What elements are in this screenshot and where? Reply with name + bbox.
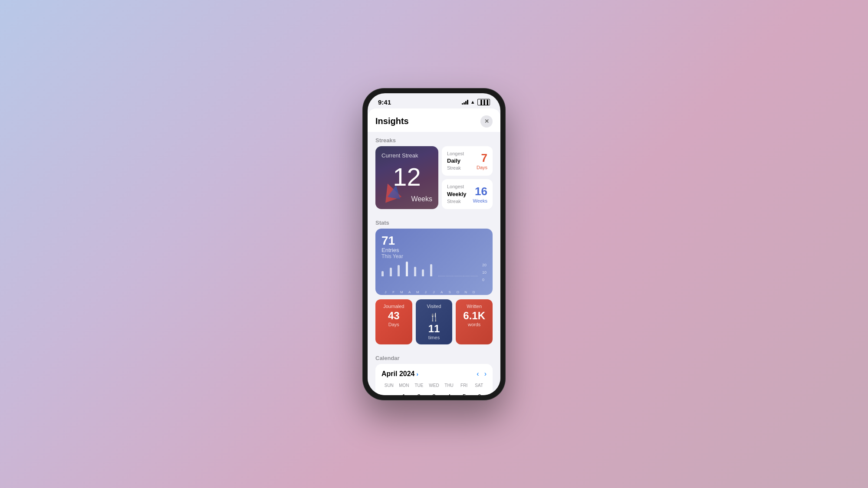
calendar-prev-button[interactable]: ‹ (477, 370, 479, 378)
day-label-thu: THU (441, 383, 457, 388)
stats-entries-sublabel: This Year (381, 253, 403, 259)
calendar-day-empty (381, 391, 396, 395)
modal-content[interactable]: Insights ✕ Streaks Current Streak 12 Wee… (368, 108, 500, 395)
current-streak-number: 12 (393, 164, 421, 190)
chevron-right-icon: › (416, 371, 418, 377)
calendar-section-label: Calendar (368, 350, 500, 364)
longest-weekly-unit: Weeks (473, 198, 487, 203)
calendar-day-2[interactable]: 2 (412, 391, 426, 395)
visited-card: Visited 🍴 11 times (416, 299, 453, 344)
calendar-next-button[interactable]: › (484, 370, 487, 378)
chart-bars (381, 263, 487, 282)
modal-title: Insights (375, 116, 409, 126)
longest-daily-card: Longest Daily Streak 7 Days (442, 146, 493, 176)
calendar-day-3[interactable]: 3 (427, 391, 441, 395)
chart-bar-a2 (438, 276, 446, 276)
battery-icon: ▐▐▐ (477, 99, 490, 105)
day-label-sat: SAT (471, 383, 487, 388)
written-unit: words (468, 322, 480, 327)
stats-chart: 20 10 0 J F M A M J J A S (381, 263, 487, 289)
streaks-grid: Current Streak 12 Weeks Longest Daily St… (368, 146, 500, 215)
day-label-wed: WED (427, 383, 442, 388)
day-label-sun: SUN (381, 383, 397, 388)
chart-bar-m (398, 265, 400, 276)
streaks-section-label: Streaks (368, 132, 500, 146)
journaled-card: Journaled 43 Days (375, 299, 412, 344)
visited-number: 11 (428, 324, 440, 334)
status-time: 9:41 (378, 98, 391, 106)
status-icons: ▲ ▐▐▐ (462, 99, 490, 105)
longest-weekly-value: 16 Weeks (473, 185, 487, 203)
current-streak-label: Current Streak (381, 152, 418, 159)
calendar-grid: 1 2 3 4 5 6 7 8 9 10 11 12 13 (381, 391, 487, 395)
journaled-number: 43 (388, 311, 400, 321)
calendar-card: April 2024 › ‹ › SUN MON TUE WED THU FRI… (375, 364, 493, 395)
streak-stats-column: Longest Daily Streak 7 Days Longest (442, 146, 493, 210)
stats-chart-card: 71 Entries This Year (375, 229, 493, 295)
day-label-tue: TUE (411, 383, 427, 388)
longest-weekly-card: Longest Weekly Streak 16 Weeks (442, 179, 493, 209)
calendar-nav[interactable]: ‹ › (477, 370, 487, 378)
calendar-days-header: SUN MON TUE WED THU FRI SAT (381, 383, 487, 388)
stats-section-label: Stats (368, 214, 500, 229)
longest-daily-number: 7 (477, 151, 487, 165)
calendar-day-4[interactable]: 4 (442, 391, 456, 395)
chart-bar-o (454, 276, 462, 276)
day-label-mon: MON (397, 383, 412, 388)
written-number: 6.1K (463, 311, 485, 321)
written-label: Written (467, 304, 482, 309)
stats-entries-label: Entries (381, 247, 403, 253)
phone-frame: 9:41 ▲ ▐▐▐ Insights ✕ Streaks (362, 88, 506, 400)
fork-knife-icon: 🍴 (429, 312, 439, 322)
journaled-label: Journaled (383, 304, 404, 309)
chart-bar-m2 (414, 267, 416, 276)
calendar-day-5[interactable]: 5 (457, 391, 471, 395)
phone-screen: 9:41 ▲ ▐▐▐ Insights ✕ Streaks (368, 93, 500, 395)
signal-icon (462, 99, 468, 105)
current-streak-card: Current Streak 12 Weeks (375, 146, 438, 210)
journaled-unit: Days (388, 322, 399, 327)
chart-bar-a (406, 262, 408, 276)
chart-bar-f (390, 268, 392, 276)
longest-daily-unit: Days (477, 165, 487, 170)
longest-weekly-label: Longest Weekly Streak (447, 183, 467, 205)
chart-bar-j (381, 271, 384, 276)
stats-mini-grid: Journaled 43 Days Visited 🍴 11 times Wri… (368, 299, 500, 350)
close-button[interactable]: ✕ (480, 115, 493, 128)
status-bar: 9:41 ▲ ▐▐▐ (368, 93, 500, 108)
chart-y-labels: 20 10 0 (482, 263, 487, 282)
chart-bar-j2 (422, 269, 424, 276)
chart-bar-s (446, 276, 454, 276)
visited-label: Visited (427, 304, 441, 309)
calendar-day-6[interactable]: 6 (472, 391, 487, 395)
longest-weekly-number: 16 (473, 185, 487, 198)
wifi-icon: ▲ (470, 99, 475, 105)
calendar-month-title: April 2024 › (381, 370, 418, 378)
current-streak-unit: Weeks (411, 195, 432, 203)
stats-entries-number: 71 (381, 235, 403, 247)
calendar-day-1[interactable]: 1 (397, 391, 411, 395)
modal-header: Insights ✕ (368, 108, 500, 132)
calendar-header: April 2024 › ‹ › (381, 370, 487, 378)
chart-bar-d (470, 276, 478, 276)
written-card: Written 6.1K words (456, 299, 493, 344)
chart-bar-n (463, 276, 470, 276)
visited-unit: times (428, 335, 440, 340)
day-label-fri: FRI (457, 383, 472, 388)
longest-daily-value: 7 Days (477, 151, 487, 170)
chart-x-labels: J F M A M J J A S O N D (381, 290, 487, 294)
longest-daily-label: Longest Daily Streak (447, 151, 464, 172)
chart-bar-j3 (430, 264, 432, 276)
